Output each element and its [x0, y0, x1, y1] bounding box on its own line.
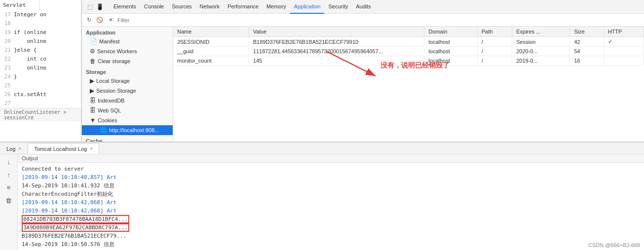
servlet-label: Servlet [0, 0, 39, 10]
sidebar-item-http---localhost-808---[interactable]: 🌐http://localhost:808... [82, 125, 173, 135]
device-icon[interactable]: 📱 [96, 3, 104, 11]
line-number: 24 [0, 72, 14, 81]
watermark: CSDN @666+BJ-668 [588, 242, 640, 248]
table-cell-domain: localhost [424, 47, 477, 56]
table-cell-path: / [477, 37, 512, 47]
bottom-tab-log[interactable]: Log× [0, 143, 28, 154]
devtools-tab-elements[interactable]: Elements [110, 0, 140, 14]
tab-close-btn[interactable]: × [90, 146, 93, 151]
sidebar-item-web-sql[interactable]: 🗄Web SQL [82, 106, 173, 115]
devtools-tab-performance[interactable]: Performance [224, 0, 263, 14]
line-code: ctx.setAtt [14, 90, 46, 99]
bottom-content: ↓ ↑ ≡ 🗑 Output Connected to server[2019-… [0, 154, 644, 250]
table-header-size: Size [570, 27, 604, 37]
table-row[interactable]: JSESSIONIDB189D376FEB2E76B1BA521ECECF799… [173, 37, 644, 47]
sidebar-icon3[interactable]: ≡ [3, 182, 14, 193]
table-header-http: HTTP [604, 27, 644, 37]
sidebar-item-manifest[interactable]: 📄Manifest [82, 36, 173, 46]
up-arrow-icon[interactable]: ↑ [3, 169, 14, 180]
table-cell-path: / [477, 56, 512, 66]
table-cell-size: 54 [570, 47, 604, 56]
output-line: 14-Sep-2019 10:10:50.576 信息 [22, 240, 640, 249]
line-number: 27 [0, 99, 14, 108]
line-code: online [14, 64, 46, 72]
output-line[interactable]: [2019-09-14 10:10:40,857] Art [22, 173, 640, 181]
sidebar-section-application: Application [82, 27, 173, 36]
table-row[interactable]: monitor_count145localhost/2019-0...16 [173, 56, 644, 66]
table-cell-http [604, 56, 644, 66]
cookies-table: NameValueDomainPathExpires ...SizeHTTP J… [173, 27, 644, 66]
sidebar-item-label: IndexedDB [98, 98, 124, 104]
table-cell-http: ✓ [604, 37, 644, 47]
output-line: CharacterEncodingFilter初始化 [22, 190, 640, 198]
inspect-icon[interactable]: ⬚ [86, 3, 94, 11]
line-code: int co [14, 55, 46, 64]
sidebar-item-service-workers[interactable]: ⚙Service Workers [82, 46, 173, 56]
code-line: 18 [0, 19, 81, 28]
table-row[interactable]: __guid111872281.445633641789573200015674… [173, 47, 644, 56]
table-cell-value: 111872281.445633641789573200015674959640… [249, 47, 424, 56]
sidebar-item-session-storage[interactable]: ▶Session Storage [82, 86, 173, 96]
code-line: 27 [0, 99, 81, 108]
table-cell-size: 16 [570, 56, 604, 66]
sidebar-item-icon: ⚙ [90, 48, 95, 55]
table-cell-name: __guid [173, 47, 249, 56]
output-area: Connected to server[2019-09-14 10:10:40,… [18, 163, 644, 250]
devtools-icons: ⬚ 📱 [86, 3, 104, 11]
output-line: B189D376FEB2E76B1BA521ECECF79... [22, 232, 640, 240]
sidebar-item-icon: 🗑 [90, 58, 96, 65]
down-arrow-icon[interactable]: ↓ [3, 156, 14, 167]
devtools-tab-sources[interactable]: Sources [168, 0, 195, 14]
table-cell-expires-...: 2020-0... [512, 47, 570, 56]
output-line[interactable]: [2019-09-14 10:10:42,068] Art [22, 207, 640, 215]
devtools-tab-console[interactable]: Console [140, 0, 168, 14]
devtools-tab-memory[interactable]: Memory [263, 0, 290, 14]
sidebar-item-indexeddb[interactable]: 🗄IndexedDB [82, 96, 173, 106]
code-line: 20 online [0, 37, 81, 46]
table-cell-name: monitor_count [173, 56, 249, 66]
table-cell-size: 42 [570, 37, 604, 47]
sidebar-icon4[interactable]: 🗑 [3, 195, 14, 206]
sidebar-item-label: Manifest [99, 38, 120, 44]
clear-icon[interactable]: ✕ [107, 16, 114, 24]
sidebar-item-local-storage[interactable]: ▶Local Storage [82, 76, 173, 86]
table-cell-domain: localhost [424, 56, 477, 66]
output-line: 3A9D080B9EA62F97B2CABBD8C797A... [22, 223, 640, 232]
filter-input[interactable] [117, 17, 641, 23]
output-line: 88241DB703B3F87478BAA18D1BFC4... [22, 215, 640, 223]
line-number: 18 [0, 19, 14, 28]
code-line: 21}else { [0, 46, 81, 55]
devtools-body: Application📄Manifest⚙Service Workers🗑Cle… [82, 27, 644, 142]
sidebar-item-cookies[interactable]: ▼Cookies [82, 115, 173, 125]
table-cell-http [604, 47, 644, 56]
stop-icon[interactable]: 🚫 [96, 16, 104, 24]
devtools-tab-audits[interactable]: Audits [352, 0, 375, 14]
sidebar-item-label: Web SQL [98, 107, 121, 113]
output-label: Output [18, 154, 644, 163]
sidebar-item-label: Local Storage [96, 78, 130, 84]
devtools-panel: ⬚ 📱 ElementsConsoleSourcesNetworkPerform… [81, 0, 644, 142]
refresh-icon[interactable]: ↻ [85, 16, 93, 24]
table-header-expires-...: Expires ... [512, 27, 570, 37]
devtools-tab-application[interactable]: Application [290, 0, 325, 14]
output-line[interactable]: [2019-09-14 10:10:42,068] Art [22, 198, 640, 207]
sidebar-item-label: Service Workers [97, 48, 137, 54]
code-line: 19if (online [0, 28, 81, 37]
table-header-path: Path [477, 27, 512, 37]
sidebar-section-cache: Cache [82, 135, 173, 142]
sidebar-section-storage: Storage [82, 66, 173, 76]
devtools-tab-network[interactable]: Network [196, 0, 224, 14]
table-header-name: Name [173, 27, 249, 37]
highlighted-text: 3A9D080B9EA62F97B2CABBD8C797A... [22, 223, 129, 232]
line-number: 21 [0, 46, 14, 55]
sidebar-item-label: http://localhost:808... [109, 127, 159, 133]
table-cell-domain: localhost [424, 37, 477, 47]
bottom-panel: Log×Tomcat Localhost Log× ↓ ↑ ≡ 🗑 Output… [0, 142, 644, 250]
sidebar-item-clear-storage[interactable]: 🗑Clear storage [82, 56, 173, 66]
tab-close-btn[interactable]: × [18, 146, 21, 151]
devtools-tab-security[interactable]: Security [324, 0, 352, 14]
bottom-tab-tomcat-localhost-log[interactable]: Tomcat Localhost Log× [28, 143, 99, 154]
line-number: 23 [0, 64, 14, 72]
code-line: 25 [0, 81, 81, 90]
output-line: 14-Sep-2019 10:10:41.932 信息 [22, 181, 640, 190]
